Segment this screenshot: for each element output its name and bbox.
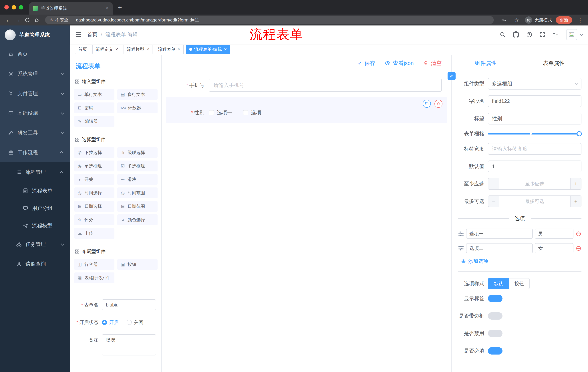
form-field-phone[interactable]: *手机号 xyxy=(166,76,447,94)
search-button[interactable] xyxy=(500,32,506,38)
required-toggle[interactable] xyxy=(488,347,503,354)
tab-component-props[interactable]: 组件属性 xyxy=(452,55,520,71)
sidebar-item-system-management[interactable]: 系统管理 xyxy=(0,64,70,84)
tag-close-icon[interactable]: × xyxy=(147,47,149,52)
clear-button[interactable]: 清空 xyxy=(423,60,442,67)
github-button[interactable] xyxy=(513,31,519,38)
form-grid-slider[interactable] xyxy=(488,133,579,135)
tag-process-form-edit[interactable]: 流程表单-编辑 × xyxy=(186,45,230,54)
option-value-input[interactable] xyxy=(535,243,573,253)
increase-button[interactable]: + xyxy=(570,178,581,189)
option-label-input[interactable] xyxy=(466,229,533,239)
new-tab-button[interactable]: + xyxy=(118,4,122,11)
disabled-toggle[interactable] xyxy=(488,330,503,337)
delete-field-button[interactable] xyxy=(434,100,442,108)
decrease-button[interactable]: − xyxy=(488,178,499,189)
sidebar-logo[interactable]: 芋道管理系统 xyxy=(0,25,70,44)
window-zoom-button[interactable] xyxy=(19,5,23,10)
palette-item-editor[interactable]: ✎编辑器 xyxy=(74,116,115,127)
max-select-value[interactable]: 最多可选 xyxy=(499,196,570,207)
sidebar-item-task-management[interactable]: 任务管理 xyxy=(0,234,70,254)
bookmark-star-button[interactable]: ☆ xyxy=(512,16,521,24)
tag-close-icon[interactable]: × xyxy=(224,47,227,52)
status-radio-off[interactable]: 关闭 xyxy=(127,319,143,326)
sidebar-item-process-management[interactable]: 流程管理 xyxy=(0,162,70,182)
palette-item-checkbox-group[interactable]: ☑多选框组 xyxy=(117,160,158,171)
forward-button[interactable]: → xyxy=(13,16,22,24)
form-remark-textarea[interactable]: 嘿嘿 xyxy=(102,334,156,355)
tab-close-icon[interactable]: × xyxy=(105,5,109,11)
checkbox-option-1[interactable]: 选项一 xyxy=(209,109,232,116)
tag-process-model[interactable]: 流程模型 × xyxy=(124,45,152,54)
palette-item-select[interactable]: ◎下拉选择 xyxy=(74,147,115,158)
sidebar-item-user-group[interactable]: 用户分组 xyxy=(0,200,70,217)
form-field-gender[interactable]: *性别 选项一 选项二 xyxy=(166,97,447,123)
form-name-input[interactable] xyxy=(102,299,156,310)
palette-item-cascader[interactable]: ⋔级联选择 xyxy=(117,147,158,158)
tag-close-icon[interactable]: × xyxy=(115,47,118,52)
drag-handle-icon[interactable] xyxy=(458,231,464,237)
palette-item-color-picker[interactable]: ◕颜色选择 xyxy=(117,214,158,225)
slider-knob[interactable] xyxy=(577,131,582,136)
title-input[interactable] xyxy=(488,113,581,125)
incognito-indicator[interactable]: 无痕模式 xyxy=(525,16,552,24)
remove-option-button[interactable]: ⊖ xyxy=(576,230,581,237)
add-option-button[interactable]: ⊕ 添加选项 xyxy=(461,258,581,265)
tag-process-form[interactable]: 流程表单 × xyxy=(155,45,184,54)
sidebar-item-payment-management[interactable]: 支付管理 xyxy=(0,84,70,103)
breadcrumb-home[interactable]: 首页 xyxy=(87,31,97,38)
sidebar-item-leave-query[interactable]: 请假查询 xyxy=(0,254,70,274)
palette-item-table[interactable]: ▦表格[开发中] xyxy=(74,272,115,283)
palette-item-password[interactable]: ⊡密码 xyxy=(74,102,115,113)
tag-close-icon[interactable]: × xyxy=(178,47,180,52)
browser-menu-button[interactable]: ⋮ xyxy=(576,17,584,23)
help-button[interactable] xyxy=(526,32,532,38)
tag-home[interactable]: 首页 xyxy=(75,45,90,54)
show-label-toggle[interactable] xyxy=(488,295,503,302)
component-type-select[interactable]: 多选框组 xyxy=(488,78,581,90)
tag-process-definition[interactable]: 流程定义 × xyxy=(92,45,121,54)
option-label-input[interactable] xyxy=(466,243,533,253)
browser-update-button[interactable]: 更新 xyxy=(556,16,572,24)
with-border-toggle[interactable] xyxy=(488,312,503,319)
font-size-button[interactable]: TT xyxy=(552,31,559,38)
palette-item-upload[interactable]: ☁上传 xyxy=(74,228,115,239)
hamburger-button[interactable] xyxy=(70,31,87,38)
address-bar[interactable]: ⚠ 不安全 dashboard.yudao.iocoder.cn/bpm/man… xyxy=(45,16,494,24)
sidebar-item-dev-tools[interactable]: 研发工具 xyxy=(0,123,70,143)
palette-item-time-range[interactable]: ◶时间范围 xyxy=(117,187,158,198)
save-button[interactable]: ✓ 保存 xyxy=(358,60,375,67)
palette-item-switch[interactable]: ◐开关 xyxy=(74,174,115,185)
sidebar-item-process-model[interactable]: 流程模型 xyxy=(0,217,70,234)
default-value-input[interactable] xyxy=(488,160,581,172)
decrease-button[interactable]: − xyxy=(488,196,499,207)
window-close-button[interactable] xyxy=(4,5,9,10)
window-minimize-button[interactable] xyxy=(12,5,16,10)
copy-field-button[interactable] xyxy=(423,100,431,108)
back-button[interactable]: ← xyxy=(4,16,13,24)
increase-button[interactable]: + xyxy=(570,196,581,207)
palette-item-rate[interactable]: ☆评分 xyxy=(74,214,115,225)
palette-item-counter[interactable]: 123计数器 xyxy=(117,102,158,113)
palette-item-single-line-text[interactable]: ▭单行文本 xyxy=(74,89,115,100)
view-json-button[interactable]: 查看json xyxy=(385,60,414,67)
label-width-input[interactable] xyxy=(488,143,581,155)
min-select-value[interactable]: 至少应选 xyxy=(499,178,570,189)
checkbox-option-2[interactable]: 选项二 xyxy=(243,109,266,116)
tab-form-props[interactable]: 表单属性 xyxy=(520,55,588,71)
status-radio-on[interactable]: 开启 xyxy=(102,319,119,326)
remove-option-button[interactable]: ⊖ xyxy=(576,245,581,252)
browser-tab[interactable]: 芋道管理系统 × xyxy=(29,2,113,15)
field-name-input[interactable] xyxy=(488,95,581,107)
reload-button[interactable] xyxy=(22,16,32,24)
style-default-button[interactable]: 默认 xyxy=(488,278,509,289)
palette-item-slider[interactable]: ⊸滑块 xyxy=(117,174,158,185)
sidebar-item-workflow[interactable]: 工作流程 xyxy=(0,143,70,162)
palette-item-row-container[interactable]: ◫行容器 xyxy=(74,259,115,270)
palette-item-multi-line-text[interactable]: ▤多行文本 xyxy=(117,89,158,100)
fullscreen-button[interactable] xyxy=(539,32,546,38)
palette-item-date-range[interactable]: ⊟日期范围 xyxy=(117,201,158,212)
palette-item-time-picker[interactable]: ◷时间选择 xyxy=(74,187,115,198)
option-value-input[interactable] xyxy=(535,229,573,239)
home-button[interactable] xyxy=(32,16,42,24)
